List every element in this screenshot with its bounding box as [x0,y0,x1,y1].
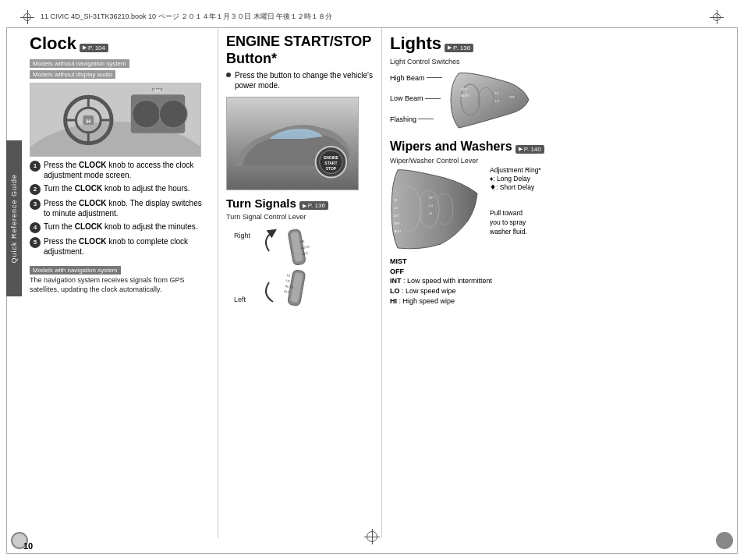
svg-text:HI: HI [429,211,432,215]
svg-text:LO: LO [394,206,398,210]
svg-text:HI: HI [286,273,290,278]
adj-ring-label: Adjustment Ring* ♦: Long Delay ♦̣: Short… [490,166,541,192]
lights-diagram: High Beam Low Beam Flashing [390,67,725,135]
svg-text:LO: LO [429,204,433,207]
svg-text:OFF: OFF [394,222,401,225]
svg-text:AUTO: AUTO [461,94,469,97]
clock-step-5: 5 Press the CLOCK knob to complete clock… [30,236,210,257]
high-beam-label: High Beam [390,74,425,82]
lights-column: Lights P. 136 Light Control Switches Hig… [382,28,733,538]
svg-text:Left: Left [234,296,246,303]
clock-nav-note: Models with navigation system The naviga… [30,261,210,294]
svg-text:ENGINE: ENGINE [324,155,339,159]
svg-text:Right: Right [234,232,251,239]
clock-step-4: 4 Turn the CLOCK knob to adjust the minu… [30,222,210,233]
wipers-ref: P. 140 [515,145,544,154]
clock-page-ref: P. 104 [80,44,108,52]
clock-steps: 1 Press the CLOCK knob to access the clo… [30,160,210,257]
svg-text:ON: ON [299,239,305,243]
low-beam-label: Low Beam [390,94,423,102]
lights-beam-labels: High Beam Low Beam Flashing [390,67,442,129]
lo-label: LO [390,287,400,295]
nav-note-text: The navigation system receives signals f… [30,276,210,294]
svg-text:START: START [324,161,337,165]
int-label: INT [390,277,402,285]
flashing-line [418,119,434,119]
engine-title: ENGINE START/STOP [226,34,374,50]
clock-image: H CLOCK [30,83,201,157]
content-area: Clock P. 104 Models without navigation s… [23,28,733,538]
wipers-title: Wipers and Washers [390,140,512,154]
lo-desc: : Low speed wipe [402,287,456,295]
svg-text:HI: HI [495,91,498,95]
clock-column: Clock P. 104 Models without navigation s… [23,28,218,538]
engine-svg: ENGINE START STOP [227,97,358,190]
svg-point-11 [133,100,161,128]
engine-bullet-text: Press the button to change the vehicle's… [235,70,374,90]
flashing-label-row: Flashing [390,115,442,123]
svg-text:INT: INT [429,196,434,200]
turn-signal-image: ON AUTO OFF HI LO AUTO INT [226,224,374,310]
svg-text:HI: HI [394,198,397,202]
wiper-svg: HI LO INT OFF MIST INT LO HI [390,166,484,252]
low-beam-line [425,98,441,99]
clock-image-inner: H CLOCK [30,83,200,156]
clock-step-2: 2 Turn the CLOCK knob to adjust the hour… [30,183,210,195]
svg-text:CLOCK: CLOCK [152,88,163,92]
engine-title2: Button* [226,51,374,67]
off-label: OFF [390,268,404,275]
turn-signals-title: Turn Signals [226,197,296,210]
bullet-dot [226,73,231,77]
high-beam-label-row: High Beam [390,74,442,82]
int-desc: : Low speed with intermittent [403,277,492,285]
mist-section: MIST OFF INT : Low speed with intermitte… [390,257,725,306]
pull-label: Pull towardyou to spraywasher fluid. [490,209,541,237]
header-crosshair-left [20,10,34,24]
nav-note-label: Models with navigation system [30,266,121,275]
wipers-section: Wipers and Washers P. 140 Wiper/Washer C… [390,140,725,306]
svg-text:LO: LO [495,99,499,103]
header-crosshair-right [710,10,724,24]
svg-text:STOP: STOP [326,166,337,170]
wiper-control-label: Wiper/Washer Control Lever [390,157,725,165]
svg-text:OFF: OFF [509,96,515,99]
svg-text:LO: LO [285,278,290,283]
svg-text:AUTO: AUTO [285,284,294,289]
header-bar: 11 CIVIC 4D_SI-31TK36210.book 10 ページ ２０１… [6,6,738,28]
side-tab-label: Quick Reference Guide [10,174,18,264]
svg-text:AUTO: AUTO [300,244,310,250]
hi-label: HI [390,297,397,305]
main-columns: Clock P. 104 Models without navigation s… [23,28,733,538]
wipers-layout: HI LO INT OFF MIST INT LO HI [390,166,725,253]
turn-signals-ref: P. 136 [299,201,328,210]
svg-text:INT: INT [394,214,399,218]
turn-signal-lever-label: Turn Signal Control Lever [226,213,374,221]
wiper-image: HI LO INT OFF MIST INT LO HI [390,166,484,253]
svg-text:MIST: MIST [394,229,402,233]
clock-svg: H CLOCK [30,83,200,157]
lights-switch-image: OFF AUTO HI LO OFF [447,67,533,135]
light-control-label: Light Control Switches [390,58,725,66]
svg-text:OFF: OFF [461,87,468,91]
side-tab: Quick Reference Guide [6,140,22,296]
clock-step-3: 3 Press the CLOCK knob. The display swit… [30,198,210,218]
clock-title: Clock [30,34,76,53]
engine-column: ENGINE START/STOP Button* Press the butt… [218,28,382,538]
high-beam-line [427,77,442,78]
wiper-right-labels: Adjustment Ring* ♦: Long Delay ♦̣: Short… [490,166,541,253]
turn-signals-section: Turn Signals P. 136 Turn Signal Control … [226,197,374,310]
low-beam-label-row: Low Beam [390,94,442,102]
lights-page-ref: P. 136 [445,44,473,52]
clock-model-label-1: Models without navigation system [30,58,210,69]
mist-label: MIST [390,257,407,265]
engine-bullet: Press the button to change the vehicle's… [226,70,374,90]
hi-desc: : High speed wipe [399,297,455,305]
lights-title: Lights [390,34,441,53]
turn-signal-svg: ON AUTO OFF HI LO AUTO INT [226,224,374,310]
header-text: 11 CIVIC 4D_SI-31TK36210.book 10 ページ ２０１… [41,12,332,22]
clock-step-1: 1 Press the CLOCK knob to access the clo… [30,160,210,180]
svg-point-12 [159,100,187,128]
clock-model-label-2: Models without display audio [30,69,210,80]
svg-text:OFF: OFF [302,251,309,256]
svg-text:H: H [86,118,90,125]
